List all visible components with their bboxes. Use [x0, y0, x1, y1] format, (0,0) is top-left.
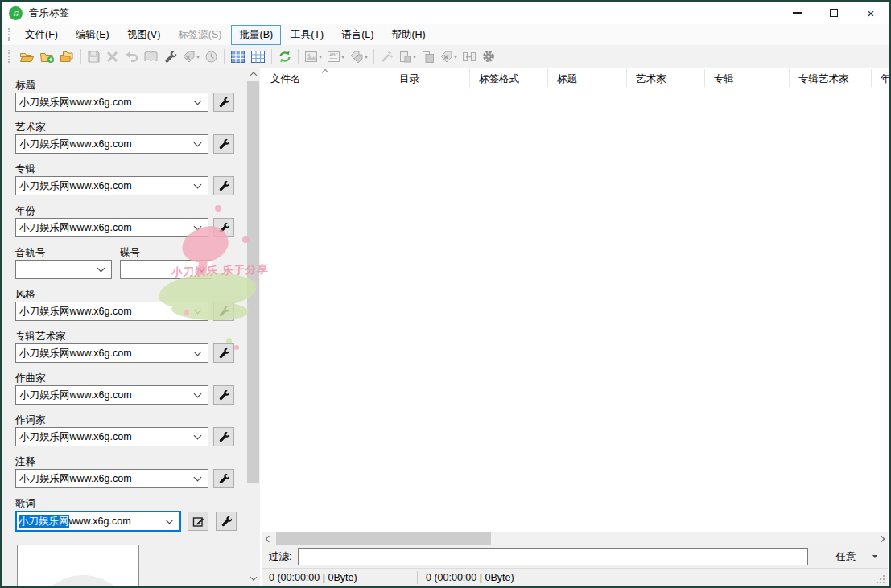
tag-field-wrench-button[interactable]: [213, 302, 234, 321]
open-folder-icon[interactable]: [18, 47, 36, 66]
tag-field: 作词家: [15, 413, 237, 446]
history-clock-icon: [203, 47, 220, 66]
tag-field-input[interactable]: [16, 306, 192, 317]
menu-batch[interactable]: 批量(B): [231, 25, 281, 45]
tag-field-wrench-button[interactable]: [213, 385, 234, 405]
scroll-left-button[interactable]: [262, 532, 275, 545]
tag-field-wrench-button[interactable]: [213, 134, 234, 154]
tag-field-combo[interactable]: [15, 134, 208, 154]
wrench-icon: [218, 180, 229, 191]
tag-field-combo[interactable]: [15, 469, 208, 488]
tag-field-combo[interactable]: [15, 93, 208, 112]
window-title: 音乐标签: [29, 6, 69, 20]
panel-scrollbar[interactable]: [246, 68, 260, 585]
tag-field: 专辑艺术家: [15, 330, 237, 363]
filter-label: 过滤:: [269, 550, 291, 564]
column-header-6[interactable]: 专辑: [705, 69, 790, 87]
tag-field-input[interactable]: [16, 138, 192, 150]
horizontal-scrollbar[interactable]: [262, 532, 888, 545]
tag-field-combo[interactable]: [15, 302, 208, 321]
paste-tag-icon: ▾: [397, 47, 418, 66]
close-button[interactable]: ×: [852, 2, 889, 24]
menu-tools[interactable]: 工具(T): [283, 25, 332, 45]
menu-tag-sources: 标签源(S): [170, 25, 229, 45]
lyrics-selected-text: 小刀娱乐网: [19, 515, 69, 528]
tag-field-combo[interactable]: [15, 218, 208, 237]
tag-field-label: 风格: [15, 288, 237, 299]
tag-field-wrench-button[interactable]: [213, 343, 234, 363]
track-number-combo[interactable]: [15, 260, 112, 279]
resize-grip[interactable]: [883, 582, 885, 583]
scroll-down-button[interactable]: [246, 572, 260, 585]
chevron-down-icon: [250, 574, 256, 580]
scrollbar-thumb[interactable]: [276, 532, 491, 545]
tag-field-combo[interactable]: [15, 343, 208, 363]
save-icon: [85, 47, 102, 66]
column-header-5[interactable]: 艺术家: [627, 69, 705, 87]
tag-field-wrench-button[interactable]: [213, 469, 234, 488]
tag-field: 专辑: [15, 162, 237, 195]
lyrics-edit-button[interactable]: [188, 512, 208, 531]
album-art-box[interactable]: [17, 545, 139, 588]
status-total: 0 (00:00:00 | 0Byte): [262, 572, 417, 583]
remove-tag-icon: ▾: [180, 47, 201, 66]
lyrics-wrench-button[interactable]: [216, 512, 237, 531]
tags-icon: ▾: [348, 47, 369, 66]
grid-view-outline-icon[interactable]: [249, 47, 267, 66]
refresh-icon[interactable]: [276, 47, 294, 66]
album-art-placeholder-circle: [32, 575, 134, 588]
tag-field-wrench-button[interactable]: [213, 176, 234, 195]
tag-field-input[interactable]: [16, 473, 192, 484]
chevron-up-icon: [250, 72, 256, 78]
filter-input[interactable]: [298, 548, 808, 565]
maximize-button[interactable]: [815, 2, 852, 24]
swap-fields-icon: [460, 47, 478, 66]
tag-field-wrench-button[interactable]: [213, 427, 234, 446]
tag-field-wrench-button[interactable]: [213, 218, 234, 237]
tag-editor-panel: 标题 艺术家 专辑: [2, 68, 260, 586]
column-header-2[interactable]: 目录: [390, 69, 470, 87]
column-header-4[interactable]: 标题: [548, 69, 627, 87]
scrollbar-thumb[interactable]: [247, 81, 259, 483]
tag-field-input[interactable]: [16, 347, 192, 359]
tag-field-input[interactable]: [16, 97, 192, 108]
add-folder-icon[interactable]: [38, 47, 56, 66]
disc-number-input[interactable]: [121, 264, 196, 275]
minimize-button[interactable]: [778, 2, 815, 24]
toolbar-gripper[interactable]: [8, 28, 11, 41]
menu-edit[interactable]: 编辑(E): [68, 25, 118, 45]
column-header-7[interactable]: 专辑艺术家: [790, 69, 872, 87]
tag-field-input[interactable]: [16, 389, 192, 401]
status-selected: 0 (00:00:00 | 0Byte): [418, 572, 514, 583]
tag-field-input[interactable]: [16, 222, 192, 233]
library-book-icon: [142, 47, 160, 66]
tag-field-input[interactable]: [16, 180, 192, 191]
menu-language[interactable]: 语言(L): [333, 25, 382, 45]
grid-view-filled-icon[interactable]: [229, 47, 247, 66]
tag-field-wrench-button[interactable]: [213, 93, 234, 112]
track-number-input[interactable]: [16, 264, 95, 275]
menu-file[interactable]: 文件(F): [17, 25, 66, 45]
chevron-down-icon: [194, 180, 202, 188]
menu-view[interactable]: 视图(V): [119, 25, 169, 45]
tag-field-input[interactable]: [16, 431, 192, 442]
column-header-8[interactable]: 年份: [872, 69, 889, 87]
chevron-down-icon: [166, 516, 174, 524]
tag-field-combo[interactable]: [15, 176, 208, 195]
filter-mode-dropdown[interactable]: 任意: [807, 547, 885, 566]
toolbar-wrench-icon[interactable]: [162, 47, 179, 66]
toolbar-gripper-2[interactable]: [8, 50, 11, 63]
scroll-right-button[interactable]: [874, 532, 888, 545]
folder-stack-icon[interactable]: [58, 47, 76, 66]
disc-number-combo[interactable]: [120, 260, 212, 279]
scroll-up-button[interactable]: [246, 68, 260, 80]
wrench-icon: [218, 306, 229, 317]
settings-gear-icon[interactable]: [480, 47, 497, 66]
tag-field-label: 作词家: [15, 413, 237, 425]
tag-field-combo[interactable]: [15, 385, 208, 405]
tag-field-combo[interactable]: [15, 427, 208, 446]
lyrics-combo[interactable]: 小刀娱乐网 www.x6g.com: [15, 511, 181, 532]
column-header-3[interactable]: 标签格式: [470, 69, 548, 87]
menu-help[interactable]: 帮助(H): [383, 25, 433, 45]
maximize-icon: [830, 9, 838, 17]
